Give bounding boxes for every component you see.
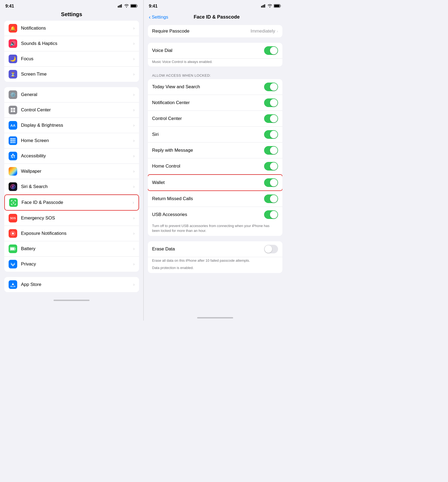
- access-row-notificationcenter[interactable]: Notification Center: [148, 95, 283, 111]
- svg-rect-18: [12, 142, 14, 143]
- returnmissedcalls-toggle[interactable]: [264, 194, 278, 203]
- access-row-todayview[interactable]: Today View and Search: [148, 79, 283, 95]
- svg-rect-11: [10, 138, 12, 140]
- voice-dial-row[interactable]: Voice Dial: [148, 43, 283, 59]
- chevron-icon: ›: [133, 108, 134, 112]
- access-row-replywithmessage[interactable]: Reply with Message: [148, 143, 283, 158]
- sounds-icon: 🔊: [9, 39, 17, 48]
- chevron-icon: ›: [133, 282, 134, 287]
- usbaccessories-label: USB Accessories: [152, 212, 264, 217]
- sidebar-item-privacy[interactable]: Privacy ›: [4, 257, 139, 272]
- chevron-icon: ›: [133, 92, 134, 97]
- svg-rect-36: [274, 5, 280, 7]
- wallpaper-icon: [9, 167, 17, 176]
- access-row-controlcenter[interactable]: Control Center: [148, 111, 283, 127]
- sidebar-item-homescreen[interactable]: Home Screen ›: [4, 133, 139, 148]
- svg-point-22: [12, 185, 14, 188]
- voice-dial-toggle[interactable]: [264, 46, 278, 55]
- homecontrol-toggle[interactable]: [264, 162, 278, 171]
- chevron-icon: ›: [133, 154, 134, 158]
- homescreen-icon: [9, 136, 17, 145]
- home-indicator-left: [54, 300, 90, 301]
- sidebar-item-exposure[interactable]: Exposure Notifications ›: [4, 226, 139, 241]
- usbaccessories-toggle[interactable]: [264, 210, 278, 219]
- right-page-title: Face ID & Passcode: [194, 14, 240, 20]
- sos-label: Emergency SOS: [21, 215, 133, 221]
- require-passcode-value: Immediately: [251, 29, 275, 34]
- privacy-icon: [9, 260, 17, 268]
- sidebar-item-siri[interactable]: Siri & Search ›: [4, 179, 139, 194]
- sidebar-item-sos[interactable]: SOS Emergency SOS ›: [4, 211, 139, 226]
- access-row-homecontrol[interactable]: Home Control: [148, 158, 283, 174]
- sidebar-item-display[interactable]: AA Display & Brightness ›: [4, 118, 139, 133]
- notifications-icon: 🔔: [9, 24, 17, 33]
- access-row-usbaccessories[interactable]: USB Accessories: [148, 207, 283, 222]
- wifi-icon-right: [268, 4, 272, 8]
- time-right: 9:41: [149, 4, 158, 9]
- status-bar-right: 9:41: [144, 0, 287, 10]
- svg-rect-6: [131, 5, 136, 7]
- battery-icon-right: [274, 4, 281, 9]
- chevron-icon: ›: [133, 231, 134, 236]
- sidebar-item-sounds[interactable]: 🔊 Sounds & Haptics ›: [4, 36, 139, 51]
- sidebar-item-controlcenter[interactable]: Control Center ›: [4, 102, 139, 118]
- svg-rect-3: [121, 4, 122, 8]
- access-items-card: Today View and Search Notification Cente…: [148, 79, 283, 236]
- settings-group-3: App Store ›: [4, 277, 139, 292]
- svg-rect-10: [13, 110, 15, 112]
- erase-data-toggle[interactable]: [264, 245, 278, 253]
- sidebar-item-screentime[interactable]: ⏳ Screen Time ›: [4, 67, 139, 82]
- require-passcode-row[interactable]: Require Passcode Immediately ›: [148, 25, 283, 37]
- back-button[interactable]: ‹ Settings: [149, 14, 168, 20]
- svg-rect-35: [280, 5, 281, 7]
- notifications-label: Notifications: [21, 26, 133, 31]
- sidebar-item-wallpaper[interactable]: Wallpaper ›: [4, 164, 139, 179]
- notificationcenter-toggle[interactable]: [264, 98, 278, 107]
- replywithmessage-label: Reply with Message: [152, 148, 264, 153]
- toggle-knob: [270, 47, 278, 54]
- sidebar-item-notifications[interactable]: 🔔 Notifications ›: [4, 21, 139, 36]
- back-label: Settings: [152, 15, 168, 20]
- exposure-label: Exposure Notifications: [21, 231, 133, 236]
- sidebar-item-battery[interactable]: Battery ›: [4, 241, 139, 257]
- wallet-toggle[interactable]: [264, 178, 278, 187]
- svg-rect-33: [264, 4, 265, 8]
- replywithmessage-toggle[interactable]: [264, 146, 278, 155]
- svg-rect-16: [14, 140, 15, 141]
- siri-toggle[interactable]: [264, 130, 278, 139]
- access-row-siri[interactable]: Siri: [148, 127, 283, 143]
- toggle-knob: [265, 245, 272, 253]
- notificationcenter-label: Notification Center: [152, 100, 264, 105]
- sidebar-item-faceid[interactable]: Face ID & Passcode ›: [4, 194, 139, 211]
- chevron-icon: ›: [133, 169, 134, 174]
- access-row-returnmissedcalls[interactable]: Return Missed Calls: [148, 191, 283, 207]
- settings-group-2: ⚙️ General › Control Center › AA Display…: [4, 87, 139, 272]
- erase-data-row[interactable]: Erase Data: [148, 241, 283, 257]
- faceid-label: Face ID & Passcode: [22, 200, 133, 205]
- sidebar-item-general[interactable]: ⚙️ General ›: [4, 87, 139, 102]
- svg-point-25: [12, 232, 14, 235]
- focus-icon: 🌙: [9, 55, 17, 63]
- erase-data-label: Erase Data: [152, 246, 264, 252]
- svg-rect-8: [13, 108, 15, 110]
- homecontrol-label: Home Control: [152, 164, 264, 169]
- sidebar-item-focus[interactable]: 🌙 Focus ›: [4, 51, 139, 67]
- access-row-wallet[interactable]: Wallet: [148, 174, 283, 191]
- svg-point-23: [13, 202, 13, 202]
- sidebar-item-appstore[interactable]: App Store ›: [4, 277, 139, 292]
- chevron-icon: ›: [133, 41, 134, 46]
- svg-rect-29: [10, 248, 15, 250]
- chevron-icon: ›: [133, 262, 134, 267]
- todayview-toggle[interactable]: [264, 83, 278, 91]
- svg-rect-12: [12, 138, 14, 140]
- controlcenter-label: Control Center: [21, 107, 133, 113]
- controlcenter-toggle[interactable]: [264, 114, 278, 123]
- svg-rect-14: [10, 140, 12, 141]
- status-icons-right: [261, 4, 281, 9]
- svg-rect-28: [15, 248, 16, 250]
- sidebar-item-accessibility[interactable]: Accessibility ›: [4, 148, 139, 164]
- svg-rect-13: [14, 138, 15, 140]
- svg-rect-0: [118, 6, 119, 8]
- returnmissedcalls-label: Return Missed Calls: [152, 196, 264, 201]
- page-title-left: Settings: [0, 10, 143, 21]
